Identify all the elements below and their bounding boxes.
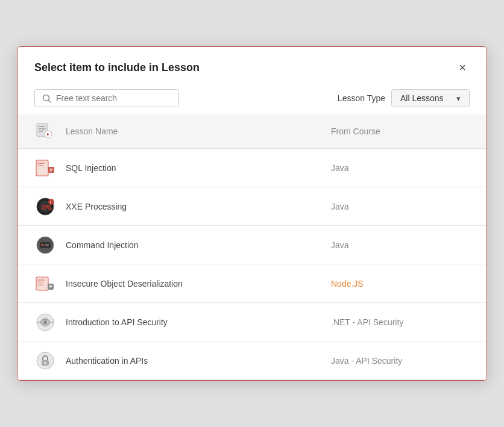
svg-line-1 — [49, 100, 51, 102]
svg-point-16 — [48, 199, 54, 205]
table-area: Lesson Name From Course SQL Injection Ja… — [17, 114, 487, 380]
svg-rect-7 — [36, 160, 48, 176]
row-icon — [34, 311, 66, 333]
dialog-header: Select item to include in Lesson × — [17, 47, 487, 81]
table-row[interactable]: Authentication in APIs Java - API Securi… — [17, 341, 487, 380]
svg-rect-3 — [39, 126, 45, 127]
row-course: Java - API Security — [331, 356, 470, 366]
svg-rect-5 — [39, 131, 43, 132]
table-row[interactable]: Command Injection Java — [17, 226, 487, 264]
row-course: Java — [331, 163, 470, 173]
table-row[interactable]: SQL Injection Java — [17, 149, 487, 187]
table-row[interactable]: Introduction to API Security .NET - API … — [17, 303, 487, 341]
row-name: Command Injection — [66, 240, 331, 250]
row-icon — [34, 273, 66, 295]
row-name: XXE Processing — [66, 202, 331, 211]
svg-rect-23 — [37, 279, 45, 281]
dialog-title: Select item to include in Lesson — [34, 61, 200, 74]
lesson-type-group: Lesson Type All Lessons ▾ — [338, 89, 470, 107]
row-course: Java — [331, 202, 470, 211]
svg-rect-22 — [36, 277, 48, 290]
search-input[interactable] — [56, 93, 171, 103]
dropdown-arrow-icon: ▾ — [456, 94, 461, 103]
svg-rect-24 — [37, 282, 43, 283]
row-name: Introduction to API Security — [66, 317, 331, 327]
lesson-type-label: Lesson Type — [338, 93, 385, 103]
close-button[interactable]: × — [455, 60, 470, 75]
table-row[interactable]: Insecure Object Deserialization Node.JS — [17, 264, 487, 303]
row-course: Node.JS — [331, 279, 470, 288]
svg-rect-21 — [45, 245, 49, 246]
row-icon — [34, 350, 66, 372]
svg-rect-11 — [49, 169, 53, 170]
svg-point-34 — [45, 362, 46, 364]
table-header-row: Lesson Name From Course — [17, 114, 487, 149]
header-lesson-icon — [34, 120, 54, 140]
row-icon — [34, 157, 66, 179]
row-name: Authentication in APIs — [66, 356, 331, 366]
svg-rect-8 — [37, 163, 45, 164]
row-course: Java — [331, 240, 470, 250]
header-icon-col — [34, 120, 66, 142]
row-name: Insecure Object Deserialization — [66, 279, 331, 288]
header-course-col: From Course — [331, 126, 470, 136]
table-scroll[interactable]: Lesson Name From Course SQL Injection Ja… — [17, 114, 487, 380]
header-name-col: Lesson Name — [66, 126, 331, 136]
svg-rect-4 — [39, 128, 46, 129]
svg-text:XML: XML — [42, 204, 52, 211]
row-course: .NET - API Security — [331, 317, 470, 327]
toolbar: Lesson Type All Lessons ▾ — [17, 81, 487, 114]
lesson-type-dropdown[interactable]: All Lessons ▾ — [391, 89, 470, 107]
svg-rect-9 — [37, 165, 43, 166]
svg-point-29 — [43, 320, 47, 324]
table-body: SQL Injection Java XML ! XXE Processing … — [17, 149, 487, 380]
row-icon — [34, 234, 66, 256]
table-row[interactable]: XML ! XXE Processing Java — [17, 187, 487, 226]
svg-rect-10 — [48, 167, 54, 173]
row-name: SQL Injection — [66, 163, 331, 173]
select-lesson-dialog: Select item to include in Lesson × Lesso… — [17, 46, 487, 381]
search-icon — [42, 94, 51, 103]
svg-rect-12 — [49, 170, 52, 172]
lesson-type-value: All Lessons — [400, 93, 444, 103]
svg-text:!: ! — [50, 200, 51, 204]
search-box — [34, 89, 179, 107]
svg-rect-25 — [37, 284, 44, 285]
row-icon: XML ! — [34, 196, 66, 217]
